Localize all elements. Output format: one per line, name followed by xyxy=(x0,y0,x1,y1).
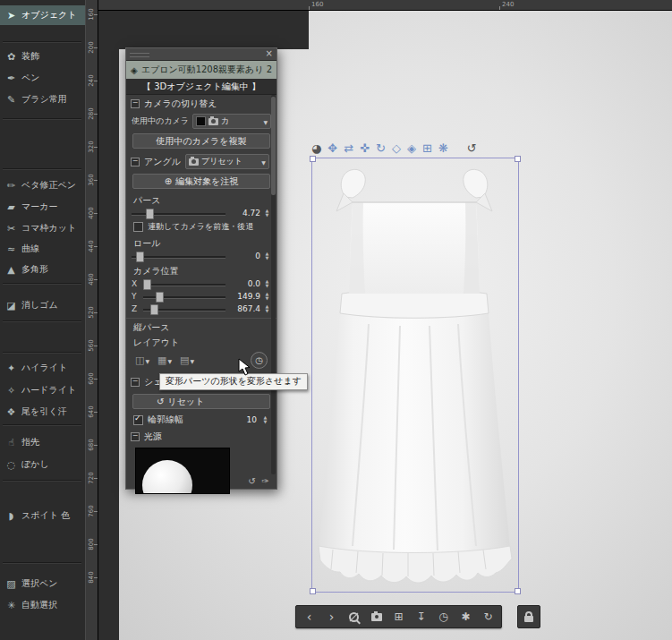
marker-icon: ▰ xyxy=(5,201,17,213)
slider-track[interactable] xyxy=(143,278,225,289)
sidebar-item-polygon[interactable]: ▲多角形 xyxy=(0,260,85,279)
sidebar-item-frame-cut[interactable]: ✂コマ枠カット xyxy=(0,218,85,238)
object-rotate-3d-icon[interactable]: ◇ xyxy=(392,141,401,156)
sidebar-item-decoration[interactable]: ✿装飾 xyxy=(0,47,85,66)
object-rotate-icon[interactable]: ↻ xyxy=(376,141,386,156)
camera-z-slider[interactable]: Z 867.4 xyxy=(126,303,276,315)
next-icon[interactable]: › xyxy=(320,606,343,627)
angle-preset-select[interactable]: プリセット xyxy=(185,154,269,169)
value-stepper[interactable] xyxy=(263,292,271,301)
slider-handle[interactable] xyxy=(146,209,154,219)
value-stepper[interactable] xyxy=(261,415,269,424)
mesh-icon[interactable]: ⊞ xyxy=(422,141,432,156)
prev-icon[interactable]: ‹ xyxy=(298,606,320,627)
layout-option-3-icon[interactable]: ▤ xyxy=(180,354,194,366)
sidebar-item-correction-pen[interactable]: ✏ベタ修正ペン xyxy=(0,175,85,195)
camera-x-slider[interactable]: X 0.0 xyxy=(126,277,276,290)
collapse-icon[interactable] xyxy=(131,378,140,387)
sidebar-item-finger[interactable]: ☝指先 xyxy=(0,432,85,452)
checkbox-icon[interactable] xyxy=(133,415,143,425)
sidebar-item-label: 指先 xyxy=(21,436,39,448)
value-stepper[interactable] xyxy=(263,279,271,288)
sidebar-item-blur[interactable]: ◌ぼかし xyxy=(0,455,85,474)
perspective-slider[interactable]: 4.72 xyxy=(126,207,276,219)
panel-scrollbar[interactable] xyxy=(271,95,276,474)
slider-track[interactable] xyxy=(132,208,225,218)
export-icon[interactable]: ↧ xyxy=(410,606,432,627)
close-icon[interactable]: × xyxy=(266,48,273,59)
slider-track[interactable] xyxy=(143,291,225,302)
sidebar-item-label: ハイライト xyxy=(21,362,67,374)
camera-angle-icon[interactable] xyxy=(365,606,387,627)
camera-dolly-icon[interactable]: ⇄ xyxy=(344,141,353,156)
sidebar-divider xyxy=(3,424,81,425)
outline-width-checkbox[interactable]: 輪郭線幅 10 xyxy=(126,412,276,428)
gaze-target-button[interactable]: ⊕ 編集対象を注視 xyxy=(132,174,270,189)
sidebar-item-highlight[interactable]: ✦ハイライト xyxy=(0,358,85,378)
sidebar-item-hardlight[interactable]: ✧ハードライト xyxy=(0,380,85,400)
drag-grip-icon xyxy=(130,53,149,57)
camera-rotate-icon[interactable]: ◕ xyxy=(311,141,321,156)
camera-select[interactable]: カ xyxy=(192,114,271,129)
camera-select-value: カ xyxy=(221,115,229,127)
pose-clock-icon[interactable]: ◷ xyxy=(432,606,455,627)
layout-option-2-icon[interactable]: ▦ xyxy=(157,354,172,366)
dress-3d-model[interactable] xyxy=(315,161,514,587)
refresh-icon[interactable]: ↻ xyxy=(477,606,499,627)
sidebar-item-curve[interactable]: ≈曲線 xyxy=(0,239,85,259)
slider-track[interactable] xyxy=(132,251,225,261)
slider-handle[interactable] xyxy=(143,279,151,290)
fit-screen-icon[interactable]: ⊞ xyxy=(387,606,410,627)
sidebar-item-object[interactable]: ➤オブジェクト xyxy=(0,5,85,25)
camera-y-slider[interactable]: Y 149.9 xyxy=(126,290,276,303)
sidebar-item-sweat[interactable]: ❖尾を引く汗 xyxy=(0,402,85,422)
link-camera-checkbox[interactable]: 連動してカメラを前進・後退 xyxy=(126,219,276,235)
light-sphere[interactable] xyxy=(142,460,192,494)
layout-reset-button[interactable]: ◷ xyxy=(251,352,268,369)
selection-handle[interactable] xyxy=(310,588,316,594)
value-stepper[interactable] xyxy=(263,252,271,260)
lock-icon xyxy=(524,616,533,622)
object-scale-icon[interactable]: ◈ xyxy=(407,141,416,156)
sidebar-item-selection-pen[interactable]: ▨選択ペン xyxy=(0,574,85,593)
slider-handle[interactable] xyxy=(136,252,144,262)
sidebar-item-eyedropper[interactable]: ◗スポイト 色 xyxy=(0,506,85,525)
sidebar-item-pen[interactable]: ✒ペン xyxy=(0,68,85,88)
panel-eyedropper-icon[interactable]: ✑ xyxy=(262,476,269,486)
collapse-icon[interactable] xyxy=(131,99,140,108)
tool-name: エプロン可動1208親要素あり 2 xyxy=(141,64,272,76)
value-stepper[interactable] xyxy=(263,304,271,313)
reset-view-icon[interactable]: ↺ xyxy=(467,141,477,156)
panel-reset-icon[interactable]: ↺ xyxy=(248,476,255,486)
zoom-icon[interactable] xyxy=(343,606,365,627)
lock-button[interactable] xyxy=(517,605,540,628)
value-stepper[interactable] xyxy=(263,209,271,218)
collapse-icon[interactable] xyxy=(131,158,140,166)
object-move-icon[interactable]: ✜ xyxy=(360,141,370,156)
light-icon[interactable]: ❋ xyxy=(438,141,448,156)
sidebar-item-marker[interactable]: ▰マーカー xyxy=(0,197,85,217)
checkbox-icon[interactable] xyxy=(133,222,143,232)
sidebar-item-brush[interactable]: ✎ブラシ常用 xyxy=(0,90,85,109)
sidebar-item-eraser[interactable]: ◪消しゴム xyxy=(0,295,85,315)
panel-titlebar[interactable]: × xyxy=(126,48,276,61)
slider-handle[interactable] xyxy=(150,304,158,315)
camera-position-label: カメラ位置 xyxy=(126,262,276,277)
slider-handle[interactable] xyxy=(156,292,164,303)
roll-slider[interactable]: 0 xyxy=(126,250,276,262)
vertical-perspective-label[interactable]: 縦パース xyxy=(126,318,276,334)
selection-handle[interactable] xyxy=(515,156,521,162)
section-light: 光源 xyxy=(126,428,276,445)
layout-option-1-icon[interactable]: ◫ xyxy=(135,354,149,366)
scrollbar-thumb[interactable] xyxy=(271,97,276,195)
selection-handle[interactable] xyxy=(515,588,521,594)
sidebar-item-auto-select[interactable]: ✳自動選択 xyxy=(0,595,85,615)
camera-pan-icon[interactable]: ✥ xyxy=(327,141,337,156)
slider-track[interactable] xyxy=(143,303,225,314)
duplicate-camera-button[interactable]: 使用中のカメラを複製 xyxy=(132,133,270,149)
tool-name-header: ◈ エプロン可動1208親要素あり 2 xyxy=(126,61,276,79)
settings-icon[interactable]: ✱ xyxy=(455,606,477,627)
light-source-preview[interactable] xyxy=(135,448,230,494)
collapse-icon[interactable] xyxy=(131,432,140,441)
reset-shape-button[interactable]: ↺ リセット xyxy=(132,394,270,409)
